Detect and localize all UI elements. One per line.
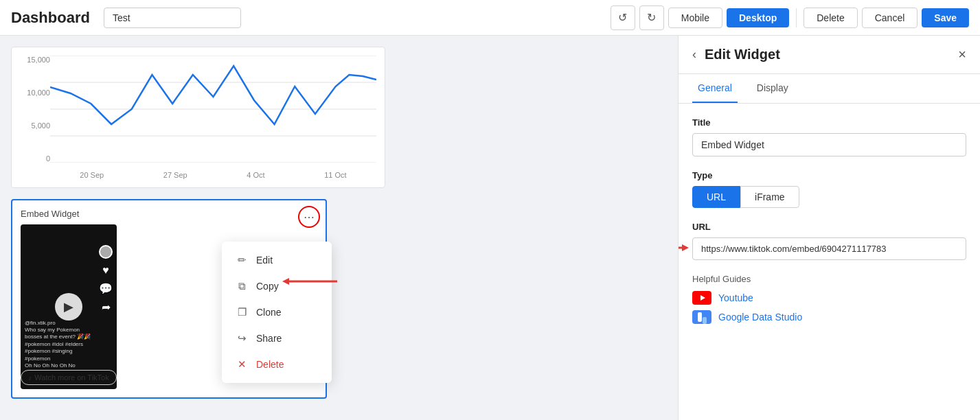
- tiktok-footer: ♪ Watch more on TikTok: [21, 366, 117, 385]
- clone-icon: ❐: [236, 306, 248, 318]
- dashboard-name-input[interactable]: [104, 8, 241, 28]
- y-label-10k: 10,000: [27, 89, 50, 97]
- title-field-input[interactable]: [692, 133, 966, 156]
- chart-y-labels: 15,000 10,000 5,000 0: [20, 56, 50, 163]
- divider: [796, 8, 797, 27]
- youtube-icon: [692, 291, 711, 305]
- share-icon: ↪: [236, 332, 248, 345]
- copy-icon: ⧉: [236, 280, 248, 292]
- panel-close-button[interactable]: ×: [958, 47, 966, 62]
- google-data-studio-icon: [692, 310, 711, 324]
- tab-display[interactable]: Display: [751, 74, 794, 103]
- embed-widget: Embed Widget ⋯ ▶ ♥ 💬 ➦ @fin.xtik.proWho …: [11, 199, 327, 399]
- menu-item-copy[interactable]: ⧉ Copy: [222, 273, 332, 299]
- type-toggle: URL iFrame: [692, 186, 966, 208]
- line-chart: [50, 56, 376, 163]
- type-field-group: Type URL iFrame: [692, 170, 966, 208]
- menu-item-share[interactable]: ↪ Share: [222, 325, 332, 351]
- watch-more-link[interactable]: ♪ Watch more on TikTok: [21, 370, 116, 385]
- tab-general[interactable]: General: [692, 74, 738, 103]
- avatar: [99, 245, 113, 259]
- url-arrow-svg: [678, 241, 689, 255]
- url-field-label: URL: [692, 222, 966, 232]
- gds-bar1: [698, 312, 702, 322]
- dashboard-area: 15,000 10,000 5,000 0: [0, 36, 678, 420]
- youtube-play-icon: [697, 294, 707, 301]
- page-title: Dashboard: [11, 9, 90, 27]
- type-iframe-button[interactable]: iFrame: [740, 186, 799, 208]
- guides-label: Helpful Guides: [692, 274, 966, 284]
- play-button[interactable]: ▶: [55, 293, 82, 320]
- header-actions: ↺ ↻ Mobile Desktop Delete Cancel Save: [611, 5, 969, 30]
- like-icon: ♥: [99, 264, 113, 277]
- cancel-button[interactable]: Cancel: [862, 8, 918, 28]
- chart-container: 15,000 10,000 5,000 0: [20, 56, 376, 179]
- menu-clone-label: Clone: [256, 307, 282, 318]
- panel-header: ‹ Edit Widget ×: [679, 36, 980, 74]
- title-field-label: Title: [692, 117, 966, 128]
- url-field-group: URL: [692, 222, 966, 260]
- save-button[interactable]: Save: [922, 8, 969, 27]
- redo-button[interactable]: ↻: [639, 5, 664, 30]
- type-field-label: Type: [692, 170, 966, 180]
- menu-edit-label: Edit: [256, 255, 273, 266]
- title-field-group: Title: [692, 117, 966, 156]
- embed-widget-title: Embed Widget: [21, 209, 317, 219]
- menu-delete-label: Delete: [256, 359, 284, 370]
- undo-button[interactable]: ↺: [611, 5, 635, 30]
- chart-svg-area: [50, 56, 376, 163]
- main-layout: 15,000 10,000 5,000 0: [0, 36, 980, 420]
- x-label-27sep: 27 Sep: [163, 171, 187, 179]
- edit-widget-panel: ‹ Edit Widget × General Display Title Ty…: [678, 36, 980, 420]
- y-label-15k: 15,000: [27, 56, 50, 64]
- header: Dashboard ↺ ↻ Mobile Desktop Delete Canc…: [0, 0, 980, 36]
- mobile-button[interactable]: Mobile: [668, 8, 722, 28]
- menu-item-clone[interactable]: ❐ Clone: [222, 299, 332, 325]
- delete-button[interactable]: Delete: [804, 8, 857, 28]
- menu-copy-label: Copy: [256, 281, 279, 292]
- url-input-wrapper: [692, 237, 966, 260]
- context-menu: ✏ Edit ⧉ Copy ❐ Clone ↪ Share ✕ Delete: [222, 242, 332, 383]
- youtube-link[interactable]: Youtube: [718, 292, 753, 303]
- menu-item-edit[interactable]: ✏ Edit: [222, 247, 332, 273]
- url-field-input[interactable]: [692, 237, 966, 260]
- share-icon: ➦: [99, 301, 113, 314]
- edit-icon: ✏: [236, 254, 248, 266]
- video-caption: @fin.xtik.proWho say my Pokemon bosses a…: [25, 320, 96, 369]
- svg-marker-9: [700, 295, 705, 301]
- x-label-20sep: 20 Sep: [80, 171, 104, 179]
- panel-title: Edit Widget: [705, 47, 958, 62]
- x-label-11oct: 11 Oct: [324, 171, 346, 179]
- helpful-guides: Helpful Guides Youtube Google Data Studi…: [692, 274, 966, 324]
- comment-icon: 💬: [99, 282, 113, 295]
- delete-icon: ✕: [236, 358, 248, 371]
- google-data-studio-link[interactable]: Google Data Studio: [718, 312, 802, 323]
- guide-youtube: Youtube: [692, 291, 966, 305]
- chart-widget: 15,000 10,000 5,000 0: [11, 47, 385, 188]
- panel-back-button[interactable]: ‹: [692, 47, 696, 62]
- desktop-button[interactable]: Desktop: [727, 8, 789, 27]
- panel-tabs: General Display: [679, 74, 980, 104]
- x-label-4oct: 4 Oct: [247, 171, 264, 179]
- svg-marker-8: [682, 244, 689, 251]
- more-options-button[interactable]: ⋯: [298, 206, 320, 228]
- y-label-5k: 5,000: [31, 121, 50, 130]
- guide-google-data-studio: Google Data Studio: [692, 310, 966, 324]
- chart-x-labels: 20 Sep 27 Sep 4 Oct 11 Oct: [50, 171, 376, 179]
- type-url-button[interactable]: URL: [692, 186, 740, 208]
- menu-item-delete[interactable]: ✕ Delete: [222, 351, 332, 377]
- url-arrow-annotation: [678, 241, 689, 257]
- menu-share-label: Share: [256, 333, 282, 344]
- panel-content: Title Type URL iFrame URL: [679, 104, 980, 420]
- gds-bar2: [703, 317, 707, 324]
- video-thumbnail: ▶ ♥ 💬 ➦ @fin.xtik.proWho say my Pokemon …: [21, 224, 117, 389]
